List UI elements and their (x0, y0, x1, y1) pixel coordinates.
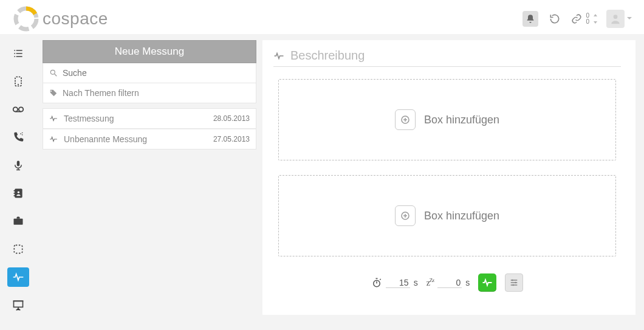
add-box-label: Box hinzufügen (424, 114, 499, 126)
briefcase-icon (12, 215, 24, 227)
svg-point-25 (515, 282, 517, 284)
svg-rect-16 (14, 219, 23, 225)
microphone-icon (13, 159, 24, 171)
sidebar-item-presentation[interactable] (7, 295, 29, 315)
svg-point-8 (22, 134, 23, 136)
header-actions: 0 0 (522, 10, 633, 28)
app-header: cospace 0 0 (0, 0, 644, 34)
account-menu[interactable] (606, 10, 625, 28)
new-measurement-button[interactable]: Neue Messung (43, 40, 256, 63)
sleep-input[interactable] (437, 278, 462, 288)
phone-icon (12, 131, 24, 143)
list-icon (12, 47, 24, 60)
measurement-list: Testmessung 28.05.2013 Unbenannte Messun… (43, 108, 256, 150)
svg-rect-10 (17, 161, 20, 167)
svg-point-5 (19, 107, 23, 111)
svg-rect-17 (14, 245, 22, 253)
title-row: Beschreibung (273, 49, 621, 67)
logo-text: cospace (43, 9, 108, 29)
timer-control: s (371, 277, 418, 288)
topic-filter-label: Nach Themen filtern (63, 88, 139, 98)
sidebar-item-briefcase[interactable] (7, 211, 29, 231)
presentation-icon (12, 299, 24, 311)
sidebar-item-list[interactable] (7, 44, 29, 63)
settings-button[interactable] (505, 273, 523, 292)
pulse-icon (12, 271, 24, 283)
device-icon (12, 75, 24, 88)
timer-unit: s (414, 278, 418, 287)
link-count-bottom: 0 (586, 19, 589, 25)
svg-point-4 (13, 107, 18, 111)
sort-arrows-icon (593, 14, 598, 24)
pulse-icon (49, 114, 58, 123)
pulse-icon (49, 135, 58, 143)
add-box-area-1[interactable]: Box hinzufügen (278, 79, 616, 160)
svg-rect-13 (14, 193, 16, 194)
measurement-date: 28.05.2013 (213, 114, 250, 123)
svg-point-24 (512, 280, 513, 281)
sliders-icon (509, 278, 519, 287)
logo[interactable]: cospace (13, 6, 108, 32)
sidebar-item-module[interactable] (7, 239, 29, 259)
svg-rect-12 (14, 190, 16, 191)
links-indicator[interactable]: 0 0 (571, 13, 598, 25)
measurement-row[interactable]: Unbenannte Messung 27.05.2013 (43, 129, 256, 150)
svg-point-1 (614, 15, 618, 19)
detail-panel: Beschreibung Box hinzufügen Box hinzufüg… (262, 40, 635, 315)
refresh-button[interactable] (547, 11, 563, 27)
sleep-control: zZz s (426, 277, 470, 288)
notifications-button[interactable] (522, 11, 538, 27)
svg-rect-18 (14, 301, 23, 307)
search-input[interactable] (63, 68, 250, 78)
tag-icon (49, 89, 58, 97)
bell-icon (526, 14, 535, 24)
sleep-unit: s (465, 278, 470, 287)
measurement-title: Testmessung (64, 114, 114, 123)
svg-line-20 (55, 74, 57, 77)
measurement-title: Unbenannte Messung (64, 134, 147, 144)
control-bar: s zZz s (273, 273, 621, 292)
svg-point-26 (513, 284, 515, 286)
timer-input[interactable] (386, 278, 410, 288)
main-area: Neue Messung Nach Themen filtern Testmes… (0, 34, 644, 315)
svg-point-15 (18, 191, 19, 193)
sleep-icon: zZz (426, 277, 434, 288)
measurement-list-panel: Neue Messung Nach Themen filtern Testmes… (43, 40, 256, 315)
plus-circle-icon (395, 109, 416, 130)
search-icon (49, 69, 58, 77)
address-book-icon (12, 187, 24, 199)
description-title[interactable]: Beschreibung (290, 49, 365, 63)
link-icon (571, 13, 582, 24)
sidebar-item-contacts[interactable] (7, 184, 29, 203)
measurement-row[interactable]: Testmessung 28.05.2013 (43, 108, 256, 129)
topic-filter-button[interactable]: Nach Themen filtern (43, 83, 256, 103)
sidebar-item-device[interactable] (7, 72, 29, 91)
sidebar-item-mic[interactable] (7, 156, 29, 175)
svg-point-19 (50, 70, 55, 74)
avatar-icon (609, 13, 622, 25)
sidebar-item-call[interactable] (7, 128, 29, 147)
pulse-icon (482, 277, 493, 288)
plus-circle-icon (395, 205, 416, 226)
stopwatch-icon (371, 277, 382, 288)
sidebar (0, 40, 36, 315)
svg-point-9 (22, 132, 23, 134)
add-box-area-2[interactable]: Box hinzufügen (278, 175, 616, 256)
sidebar-item-measurement[interactable] (7, 267, 29, 287)
logo-mark-icon (13, 6, 39, 32)
pulse-icon (273, 50, 284, 61)
svg-rect-14 (14, 195, 16, 196)
sidebar-item-voicemail[interactable] (7, 100, 29, 119)
search-row[interactable] (43, 63, 256, 83)
voicemail-icon (12, 103, 25, 115)
start-button[interactable] (478, 273, 496, 292)
dashed-box-icon (12, 243, 24, 255)
refresh-icon (549, 13, 561, 25)
svg-point-3 (18, 84, 19, 85)
add-box-label: Box hinzufügen (424, 210, 499, 222)
svg-point-7 (20, 133, 21, 134)
measurement-date: 27.05.2013 (213, 135, 250, 143)
link-counts: 0 0 (586, 13, 589, 25)
